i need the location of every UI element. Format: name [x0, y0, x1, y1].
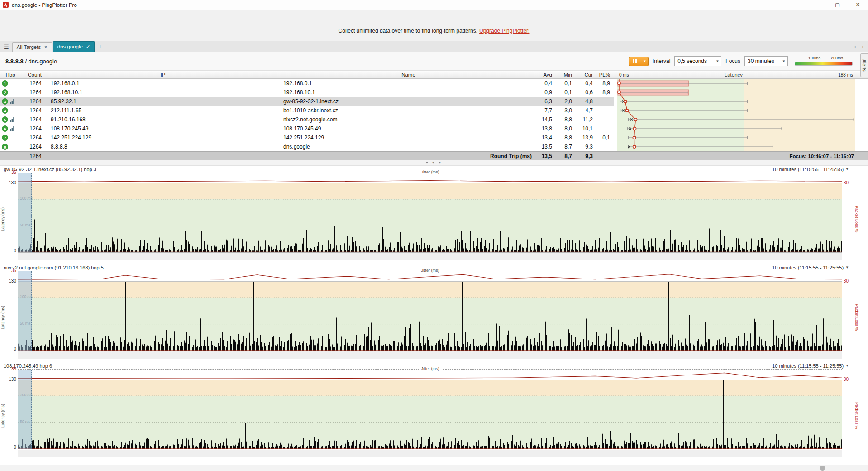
hop-chart-icon[interactable] [10, 126, 14, 131]
focus-range-text: Focus: 10:46:07 - 11:16:07 [617, 154, 855, 159]
hop-row[interactable]: 8 1264 8.8.8.8 dns.google 13,5 8,7 9,3 [0, 142, 868, 151]
alerts-side-tab[interactable]: Alerts [860, 53, 868, 77]
col-ip[interactable]: IP [45, 72, 281, 77]
hop-cur: 13,9 [576, 135, 596, 141]
hop-row[interactable]: 4 1264 212.111.1.65 be1.1019-asbr.inext.… [0, 106, 868, 115]
tab-all-targets-label: All Targets [17, 44, 41, 50]
round-trip-label: Round Trip (ms) [45, 153, 536, 159]
hop-min: 8,0 [556, 125, 576, 132]
hop-row[interactable]: 6 1264 108.170.245.49 108.170.245.49 13,… [0, 124, 868, 133]
hop-avg: 6,3 [536, 98, 556, 105]
graph-timescale-dropdown[interactable]: 10 minutes (11:15:55 - 11:25:55) ▼ [772, 265, 849, 270]
hop-cur: 11,2 [576, 116, 596, 123]
col-count[interactable]: Count [21, 72, 45, 77]
horizontal-scrollbar[interactable] [0, 465, 868, 471]
tab-all-targets[interactable]: All Targets ✕ [12, 42, 52, 52]
target-header: 8.8.8.8 / dns.google ▼ Interval 0,5 seco… [0, 52, 868, 71]
menu-item[interactable] [34, 14, 43, 17]
latency-timeline-plot[interactable]: 100 ms 50 ms [18, 183, 842, 253]
graph-timescale-dropdown[interactable]: 10 minutes (11:15:55 - 11:25:55) ▼ [772, 167, 849, 172]
menu-item[interactable] [43, 14, 51, 17]
scrollbar-thumb[interactable] [820, 466, 825, 471]
hop-cur: 0,4 [576, 80, 596, 87]
latency-axis-label: Latency (ms) [0, 389, 5, 443]
round-trip-count: 1264 [21, 153, 45, 159]
upgrade-link[interactable]: Upgrade PingPlotter! [479, 28, 529, 34]
menu-item[interactable] [10, 14, 18, 17]
jitter-max-label: 35 [5, 268, 16, 273]
col-min[interactable]: Min [556, 72, 576, 77]
hop-row[interactable]: 5 1264 91.210.16.168 nixcz2.net.google.c… [0, 115, 868, 124]
latency-timeline-plot[interactable]: 100 ms 50 ms [18, 281, 842, 351]
title-bar: dns.google - PingPlotter Pro ─ ▢ ✕ [0, 0, 868, 10]
latency-min-label: 0 [5, 248, 16, 253]
menu-item[interactable] [18, 14, 26, 17]
hop-number-badge: 7 [2, 135, 8, 141]
packet-loss-axis-label: Packet Loss % [854, 194, 859, 245]
focus-region[interactable] [18, 271, 32, 351]
hop-number-badge: 6 [2, 125, 8, 132]
close-button[interactable]: ✕ [848, 0, 868, 10]
hop-row[interactable]: 7 1264 142.251.224.129 142.251.224.129 1… [0, 133, 868, 142]
jitter-max-label: 35 [5, 366, 16, 371]
hop-name: gw-85-92-32-1.inext.cz [281, 98, 536, 105]
hop-name: 142.251.224.129 [281, 135, 536, 141]
interval-label: Interval [653, 58, 670, 64]
time-axis [18, 351, 842, 359]
hop-ip: 8.8.8.8 [45, 144, 281, 150]
hop-packet-loss: 0,1 [596, 135, 614, 141]
hop-count: 1264 [21, 125, 45, 132]
jitter-axis-label: Jitter (ms) [419, 366, 442, 371]
hop-count: 1264 [21, 89, 45, 96]
hop-row[interactable]: 3 1264 85.92.32.1 gw-85-92-32-1.inext.cz… [0, 97, 868, 106]
legend-200ms-label: 200ms [831, 56, 843, 60]
hop-row[interactable]: 2 1264 192.168.10.1 192.168.10.1 0,9 0,1… [0, 88, 868, 97]
hop-number-badge: 4 [2, 107, 8, 114]
hop-row[interactable]: 1 1264 192.168.0.1 192.168.0.1 0,4 0,1 0… [0, 79, 868, 88]
pingplotter-app-icon [3, 2, 9, 8]
col-name[interactable]: Name [281, 72, 536, 77]
focus-region[interactable] [18, 370, 32, 449]
focus-select[interactable]: 30 minutes ▼ [744, 56, 788, 66]
graph-timescale-dropdown[interactable]: 10 minutes (11:15:55 - 11:25:55) ▼ [772, 363, 849, 369]
latency-bars [18, 380, 842, 449]
menu-item[interactable] [26, 14, 34, 17]
hop-chart-icon[interactable] [10, 99, 14, 104]
col-cur[interactable]: Cur [576, 72, 596, 77]
hop-min: 8,8 [556, 135, 576, 141]
hop-avg: 14,5 [536, 116, 556, 123]
pause-dropdown-icon[interactable]: ▼ [641, 57, 649, 66]
menu-item[interactable] [2, 14, 10, 17]
hop-min: 0,1 [556, 80, 576, 87]
hop-chart-icon[interactable] [10, 117, 14, 122]
latency-timeline-plot[interactable]: 100 ms 50 ms [18, 380, 842, 449]
jitter-axis-label: Jitter (ms) [419, 170, 442, 174]
tab-close-icon[interactable]: ✕ [44, 45, 48, 49]
latency-min-label: 0 [5, 346, 16, 351]
col-pl[interactable]: PL% [596, 72, 614, 77]
hop-min: 3,0 [556, 107, 576, 114]
col-hop[interactable]: Hop [0, 72, 21, 77]
chevron-down-icon: ▼ [782, 59, 786, 63]
hop-packet-loss: 8,9 [596, 80, 614, 87]
col-latency[interactable]: 0 ms Latency 188 ms [617, 72, 855, 77]
time-axis [18, 450, 842, 457]
hop-cur: 4,7 [576, 107, 596, 114]
focus-label: Focus [725, 58, 740, 64]
tab-scroll-right-icon[interactable]: › [862, 43, 863, 50]
tab-scroll-left-icon[interactable]: ‹ [854, 43, 856, 50]
tab-menu-icon[interactable]: ☰ [3, 43, 12, 52]
banner-text: Collect unlimited data over time to find… [339, 28, 477, 34]
focus-region[interactable] [18, 173, 32, 252]
graph-timescale-value: 10 minutes (11:15:55 - 11:25:55) [772, 265, 844, 270]
hop-table-header: Hop Count IP Name Avg Min Cur PL% 0 ms L… [0, 71, 868, 79]
pause-button[interactable] [629, 57, 641, 66]
interval-select[interactable]: 0,5 seconds ▼ [674, 56, 721, 66]
maximize-button[interactable]: ▢ [827, 0, 848, 10]
minimize-button[interactable]: ─ [807, 0, 827, 10]
chevron-down-icon: ▼ [845, 364, 849, 368]
col-avg[interactable]: Avg [536, 72, 556, 77]
new-tab-button[interactable]: + [95, 43, 105, 52]
tab-dns-google[interactable]: dns.google ✓ [53, 41, 95, 52]
splitter-handle[interactable]: ● ● ● [0, 160, 868, 166]
